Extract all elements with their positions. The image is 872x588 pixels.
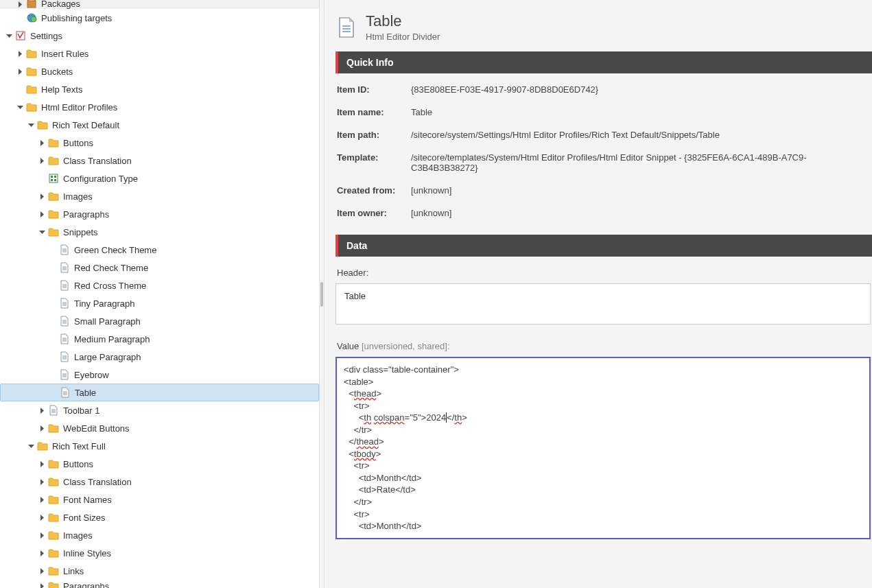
tree-label: Rich Text Default — [52, 120, 119, 130]
expander-icon[interactable] — [26, 441, 36, 451]
expander-icon[interactable] — [37, 530, 47, 540]
expander-icon[interactable] — [37, 156, 47, 165]
folder-icon — [26, 102, 37, 113]
tree-label: Buttons — [63, 138, 93, 148]
tree-node-rich-text-default[interactable]: Rich Text Default — [0, 116, 319, 134]
tree-node-insert-rules[interactable]: Insert Rules — [0, 45, 319, 62]
tree-label: Paragraphs — [63, 581, 109, 589]
tree-node-red-cross[interactable]: Red Cross Theme — [0, 277, 319, 294]
tree-node-snippets[interactable]: Snippets — [0, 223, 319, 241]
package-icon — [26, 0, 37, 9]
expander-icon[interactable] — [26, 120, 36, 130]
tree-node-green-check[interactable]: Green Check Theme — [0, 241, 319, 259]
folder-icon — [26, 48, 37, 59]
tree-node-red-check[interactable]: Red Check Theme — [0, 259, 319, 277]
folder-icon — [48, 191, 59, 202]
tree-label: WebEdit Buttons — [63, 423, 130, 434]
tree-label: Help Texts — [41, 84, 82, 95]
tree-label: Small Paragraph — [74, 316, 141, 327]
tree-label: Buckets — [41, 67, 73, 77]
item-owner-value[interactable]: [unknown] — [411, 208, 872, 218]
item-path-value[interactable]: /sitecore/system/Settings/Html Editor Pr… — [411, 130, 872, 140]
tree-node-images2[interactable]: Images — [0, 526, 319, 544]
template-value[interactable]: /sitecore/templates/System/Html Editor P… — [411, 152, 872, 173]
tree-label: Table — [75, 388, 96, 398]
item-name-value[interactable]: Table — [411, 107, 872, 117]
tree-node-paragraphs2[interactable]: Paragraphs — [0, 580, 319, 588]
tree-node-medium-para[interactable]: Medium Paragraph — [0, 330, 319, 348]
tree-node-class-translation2[interactable]: Class Translation — [0, 473, 319, 491]
folder-icon — [48, 565, 59, 576]
template-label: Template: — [335, 152, 411, 173]
tree-node-buckets[interactable]: Buckets — [0, 62, 319, 80]
tree-node-buttons2[interactable]: Buttons — [0, 455, 319, 473]
expander-icon[interactable] — [37, 477, 47, 486]
created-from-value[interactable]: [unknown] — [411, 185, 872, 196]
expander-icon[interactable] — [37, 495, 47, 504]
file-icon — [59, 351, 70, 362]
file-icon — [59, 244, 70, 255]
tree-node-links[interactable]: Links — [0, 562, 319, 580]
tree-node-settings[interactable]: Settings — [0, 27, 319, 45]
tree-node-class-translation[interactable]: Class Translation — [0, 152, 319, 169]
file-icon — [59, 262, 70, 273]
expander-icon[interactable] — [37, 513, 47, 522]
file-icon — [60, 387, 71, 398]
tree-node-webedit-buttons[interactable]: WebEdit Buttons — [0, 419, 319, 437]
expander-icon[interactable] — [37, 209, 47, 219]
item-id-value[interactable]: {83E808EE-F03E-4917-9907-8DB8D0E6D742} — [411, 84, 872, 95]
tree-node-tiny-para[interactable]: Tiny Paragraph — [0, 294, 319, 312]
tree-node-toolbar1[interactable]: Toolbar 1 — [0, 401, 319, 419]
expander-icon[interactable] — [15, 0, 25, 9]
folder-icon — [48, 494, 59, 505]
tree-node-html-editor-profiles[interactable]: Html Editor Profiles — [0, 98, 319, 116]
value-field-input[interactable]: <div class="table-container"> <table> <t… — [335, 357, 871, 539]
tree-node-table[interactable]: Table — [0, 384, 319, 401]
expander-icon[interactable] — [15, 102, 25, 112]
expander-icon[interactable] — [4, 31, 14, 40]
file-icon — [59, 298, 70, 309]
tree-node-configuration-type[interactable]: Configuration Type — [0, 169, 319, 187]
splitter[interactable] — [319, 0, 325, 588]
tree-node-eyebrow[interactable]: Eyebrow — [0, 366, 319, 384]
tree-node-help-texts[interactable]: Help Texts — [0, 80, 319, 98]
globe-icon — [26, 12, 37, 23]
tree-node-font-sizes[interactable]: Font Sizes — [0, 508, 319, 526]
folder-icon — [48, 512, 59, 523]
tree-node-buttons[interactable]: Buttons — [0, 134, 319, 152]
value-field-label: Value [unversioned, shared]: — [335, 341, 872, 351]
expander-icon[interactable] — [37, 459, 47, 469]
tree-node-images[interactable]: Images — [0, 187, 319, 205]
tree-label: Insert Rules — [41, 49, 89, 59]
header-field-input[interactable]: Table — [335, 283, 871, 325]
tree-node-font-names[interactable]: Font Names — [0, 491, 319, 508]
expander-icon[interactable] — [15, 49, 25, 58]
item-subtitle: Html Editor Divider — [366, 32, 440, 42]
expander-icon[interactable] — [37, 138, 47, 148]
tree-node-packages[interactable]: Packages — [0, 0, 319, 9]
expander-icon[interactable] — [37, 423, 47, 433]
svg-rect-10 — [51, 179, 53, 181]
section-header-data[interactable]: Data — [335, 235, 872, 257]
tree-node-publishing[interactable]: Publishing targets — [0, 9, 319, 27]
tree-label: Class Translation — [63, 156, 132, 166]
tree-label: Inline Styles — [63, 548, 111, 558]
expander-icon[interactable] — [37, 191, 47, 201]
expander-icon[interactable] — [37, 566, 47, 576]
section-header-quick-info[interactable]: Quick Info — [335, 51, 872, 73]
expander-icon[interactable] — [37, 227, 47, 237]
tree-sidebar: Packages Publishing targets Settings Ins — [0, 0, 319, 588]
item-path-label: Item path: — [335, 130, 411, 140]
expander-icon[interactable] — [37, 581, 47, 588]
item-file-icon — [335, 16, 357, 38]
tree-node-small-para[interactable]: Small Paragraph — [0, 312, 319, 330]
tree-label: Eyebrow — [74, 370, 109, 380]
tree-node-inline-styles[interactable]: Inline Styles — [0, 544, 319, 562]
expander-icon[interactable] — [37, 405, 47, 415]
expander-icon[interactable] — [37, 548, 47, 558]
tree-node-paragraphs[interactable]: Paragraphs — [0, 205, 319, 223]
tree-node-rich-text-full[interactable]: Rich Text Full — [0, 437, 319, 455]
tree-label: Red Cross Theme — [74, 281, 146, 291]
tree-node-large-para[interactable]: Large Paragraph — [0, 348, 319, 366]
expander-icon[interactable] — [15, 67, 25, 76]
